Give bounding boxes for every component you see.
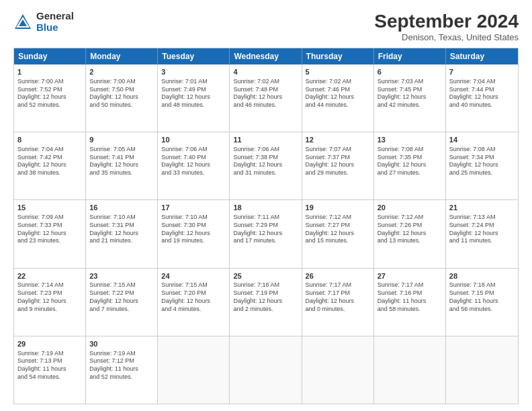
day-number: 9 [89,135,154,145]
day-info: Sunrise: 7:04 AM Sunset: 7:42 PM Dayligh… [17,146,82,177]
logo-icon [13,13,32,32]
day-info: Sunrise: 7:19 AM Sunset: 7:12 PM Dayligh… [89,350,154,381]
day-number: 21 [449,203,515,213]
day-number: 17 [161,203,226,213]
day-3: 3Sunrise: 7:01 AM Sunset: 7:49 PM Daylig… [158,64,230,132]
logo: General Blue [13,11,74,33]
day-number: 24 [161,271,226,281]
day-info: Sunrise: 7:06 AM Sunset: 7:38 PM Dayligh… [233,146,298,177]
day-21: 21Sunrise: 7:13 AM Sunset: 7:24 PM Dayli… [446,200,518,267]
day-number: 4 [233,67,298,77]
day-info: Sunrise: 7:10 AM Sunset: 7:30 PM Dayligh… [161,214,226,245]
day-number: 19 [306,203,370,213]
day-info: Sunrise: 7:10 AM Sunset: 7:31 PM Dayligh… [89,214,154,245]
day-11: 11Sunrise: 7:06 AM Sunset: 7:38 PM Dayli… [230,132,302,199]
empty-cell [302,336,374,404]
header: General Blue September 2024 Denison, Tex… [13,11,519,42]
calendar: Sunday Monday Tuesday Wednesday Thursday… [13,48,519,404]
day-info: Sunrise: 7:00 AM Sunset: 7:50 PM Dayligh… [89,78,154,109]
day-info: Sunrise: 7:09 AM Sunset: 7:33 PM Dayligh… [17,214,82,245]
day-20: 20Sunrise: 7:12 AM Sunset: 7:26 PM Dayli… [374,200,446,267]
title-area: September 2024 Denison, Texas, United St… [374,11,519,42]
day-number: 13 [378,135,442,145]
day-info: Sunrise: 7:02 AM Sunset: 7:46 PM Dayligh… [306,78,370,109]
day-info: Sunrise: 7:00 AM Sunset: 7:52 PM Dayligh… [17,78,82,109]
day-number: 16 [89,203,154,213]
day-info: Sunrise: 7:15 AM Sunset: 7:22 PM Dayligh… [89,281,154,313]
week-row-1: 1Sunrise: 7:00 AM Sunset: 7:52 PM Daylig… [14,64,518,132]
day-info: Sunrise: 7:02 AM Sunset: 7:48 PM Dayligh… [233,78,298,109]
header-sunday: Sunday [14,48,86,64]
logo-general-text: General [36,11,74,22]
day-number: 28 [449,271,515,281]
day-6: 6Sunrise: 7:03 AM Sunset: 7:45 PM Daylig… [374,64,446,132]
day-info: Sunrise: 7:01 AM Sunset: 7:49 PM Dayligh… [161,78,226,109]
day-13: 13Sunrise: 7:08 AM Sunset: 7:35 PM Dayli… [374,132,446,199]
day-info: Sunrise: 7:12 AM Sunset: 7:27 PM Dayligh… [306,214,370,245]
page: General Blue September 2024 Denison, Tex… [0,0,532,411]
day-info: Sunrise: 7:13 AM Sunset: 7:24 PM Dayligh… [449,214,515,245]
day-number: 20 [378,203,442,213]
day-number: 7 [449,67,515,77]
day-number: 14 [449,135,515,145]
week-row-5: 29Sunrise: 7:19 AM Sunset: 7:13 PM Dayli… [14,336,518,404]
day-info: Sunrise: 7:03 AM Sunset: 7:45 PM Dayligh… [378,78,442,109]
day-27: 27Sunrise: 7:17 AM Sunset: 7:16 PM Dayli… [374,269,446,336]
day-info: Sunrise: 7:06 AM Sunset: 7:40 PM Dayligh… [161,146,226,177]
header-tuesday: Tuesday [158,48,230,64]
day-1: 1Sunrise: 7:00 AM Sunset: 7:52 PM Daylig… [14,64,86,132]
empty-cell [230,336,302,404]
day-10: 10Sunrise: 7:06 AM Sunset: 7:40 PM Dayli… [158,132,230,199]
day-info: Sunrise: 7:17 AM Sunset: 7:17 PM Dayligh… [306,281,370,313]
day-16: 16Sunrise: 7:10 AM Sunset: 7:31 PM Dayli… [86,200,158,267]
day-number: 3 [161,67,226,77]
day-info: Sunrise: 7:17 AM Sunset: 7:16 PM Dayligh… [378,281,442,313]
header-monday: Monday [86,48,158,64]
day-number: 8 [17,135,82,145]
day-info: Sunrise: 7:11 AM Sunset: 7:29 PM Dayligh… [233,214,298,245]
day-number: 30 [89,339,154,349]
day-18: 18Sunrise: 7:11 AM Sunset: 7:29 PM Dayli… [230,200,302,267]
day-number: 10 [161,135,226,145]
day-number: 12 [306,135,370,145]
day-info: Sunrise: 7:05 AM Sunset: 7:41 PM Dayligh… [89,146,154,177]
day-23: 23Sunrise: 7:15 AM Sunset: 7:22 PM Dayli… [86,269,158,336]
week-row-3: 15Sunrise: 7:09 AM Sunset: 7:33 PM Dayli… [14,200,518,268]
day-number: 11 [233,135,298,145]
day-number: 2 [89,67,154,77]
day-info: Sunrise: 7:12 AM Sunset: 7:26 PM Dayligh… [378,214,442,245]
day-info: Sunrise: 7:08 AM Sunset: 7:35 PM Dayligh… [378,146,442,177]
header-friday: Friday [374,48,446,64]
logo-blue-text: Blue [36,22,74,34]
day-5: 5Sunrise: 7:02 AM Sunset: 7:46 PM Daylig… [302,64,374,132]
header-wednesday: Wednesday [230,48,302,64]
day-8: 8Sunrise: 7:04 AM Sunset: 7:42 PM Daylig… [14,132,86,199]
empty-cell [446,336,518,404]
calendar-header: Sunday Monday Tuesday Wednesday Thursday… [14,48,518,64]
day-4: 4Sunrise: 7:02 AM Sunset: 7:48 PM Daylig… [230,64,302,132]
header-saturday: Saturday [446,48,518,64]
logo-text: General Blue [36,11,74,33]
day-28: 28Sunrise: 7:18 AM Sunset: 7:15 PM Dayli… [446,269,518,336]
day-number: 18 [233,203,298,213]
day-info: Sunrise: 7:14 AM Sunset: 7:23 PM Dayligh… [17,281,82,313]
day-number: 26 [306,271,370,281]
day-7: 7Sunrise: 7:04 AM Sunset: 7:44 PM Daylig… [446,64,518,132]
week-row-2: 8Sunrise: 7:04 AM Sunset: 7:42 PM Daylig… [14,132,518,200]
day-25: 25Sunrise: 7:16 AM Sunset: 7:19 PM Dayli… [230,269,302,336]
header-thursday: Thursday [302,48,374,64]
week-row-4: 22Sunrise: 7:14 AM Sunset: 7:23 PM Dayli… [14,269,518,336]
day-number: 5 [306,67,370,77]
day-number: 1 [17,67,82,77]
calendar-body: 1Sunrise: 7:00 AM Sunset: 7:52 PM Daylig… [14,64,518,404]
day-number: 6 [378,67,442,77]
subtitle: Denison, Texas, United States [374,32,519,42]
day-info: Sunrise: 7:16 AM Sunset: 7:19 PM Dayligh… [233,281,298,313]
day-9: 9Sunrise: 7:05 AM Sunset: 7:41 PM Daylig… [86,132,158,199]
day-22: 22Sunrise: 7:14 AM Sunset: 7:23 PM Dayli… [14,269,86,336]
day-24: 24Sunrise: 7:15 AM Sunset: 7:20 PM Dayli… [158,269,230,336]
day-number: 27 [378,271,442,281]
day-14: 14Sunrise: 7:08 AM Sunset: 7:34 PM Dayli… [446,132,518,199]
day-29: 29Sunrise: 7:19 AM Sunset: 7:13 PM Dayli… [14,336,86,404]
day-12: 12Sunrise: 7:07 AM Sunset: 7:37 PM Dayli… [302,132,374,199]
